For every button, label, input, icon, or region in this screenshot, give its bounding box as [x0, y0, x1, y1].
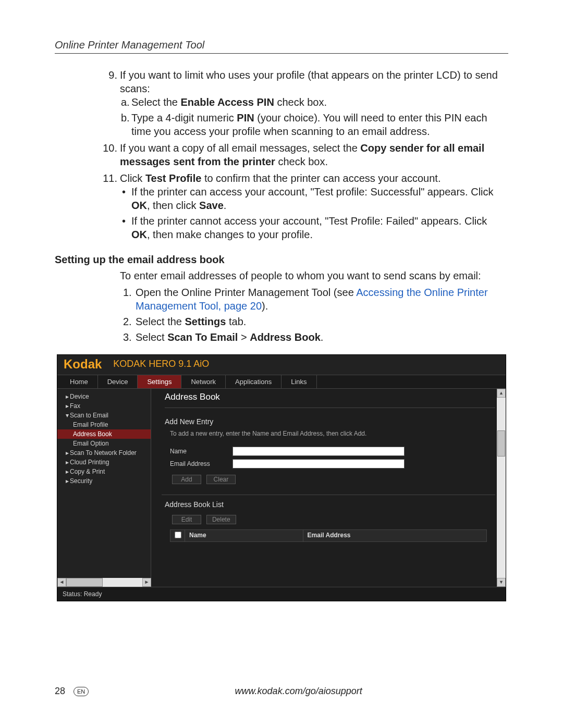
- select-all-checkbox[interactable]: [175, 532, 181, 538]
- vscroll-thumb[interactable]: [497, 430, 505, 456]
- name-input[interactable]: [232, 447, 405, 456]
- content-pane: Address Book Add New Entry To add a new …: [151, 389, 506, 587]
- lang-badge: EN: [74, 687, 89, 696]
- sidebar-item-address-book[interactable]: Address Book: [57, 429, 151, 439]
- sidebar-item-email-option[interactable]: Email Option: [57, 439, 151, 448]
- tab-settings[interactable]: Settings: [138, 375, 181, 388]
- sidebar-item-email-profile[interactable]: Email Profile: [57, 420, 151, 429]
- sidebar-item-scan-to-network-folder[interactable]: ▸Scan To Network Folder: [57, 448, 151, 458]
- clear-button[interactable]: Clear: [206, 475, 236, 484]
- col-email: Email Address: [303, 530, 486, 541]
- list-header: Name Email Address: [170, 529, 487, 542]
- scroll-down-icon[interactable]: ▼: [497, 578, 506, 587]
- step-11-success: If the printer can access your account, …: [131, 185, 508, 212]
- sidebar-item-copy-print[interactable]: ▸Copy & Print: [57, 467, 151, 476]
- col-name: Name: [185, 530, 303, 541]
- step-9: 9. If you want to limit who uses your pr…: [120, 68, 508, 138]
- scroll-thumb[interactable]: [66, 578, 103, 587]
- footer-url: www.kodak.com/go/aiosupport: [89, 686, 508, 697]
- step-9b: b. Type a 4-digit numeric PIN (your choi…: [131, 111, 508, 138]
- page-number: 28: [55, 686, 65, 697]
- section-heading: Setting up the email address book: [55, 254, 508, 266]
- email-input[interactable]: [232, 459, 405, 468]
- tab-applications[interactable]: Applications: [226, 375, 282, 388]
- step-9a: a. Select the Enable Access PIN check bo…: [131, 95, 508, 109]
- step-11-failed: If the printer cannot access your accoun…: [131, 214, 508, 241]
- product-name: KODAK HERO 9.1 AiO: [113, 359, 209, 369]
- step-10: 10. If you want a copy of all email mess…: [120, 141, 508, 168]
- screenshot-printer-tool: Kodak KODAK HERO 9.1 AiO Home Device Set…: [57, 354, 506, 601]
- page-footer: 28 EN www.kodak.com/go/aiosupport: [55, 686, 508, 697]
- edit-button[interactable]: Edit: [172, 515, 201, 524]
- sidebar-item-security[interactable]: ▸Security: [57, 476, 151, 486]
- content-vscrollbar[interactable]: ▲ ▼: [497, 389, 506, 587]
- running-header: Online Printer Management Tool: [55, 39, 508, 54]
- page-title: Address Book: [165, 392, 495, 408]
- sidebar-item-scan-to-email[interactable]: ▾Scan to Email: [57, 411, 151, 420]
- help-text: To add a new entry, enter the Name and E…: [170, 430, 495, 437]
- sidebar-item-fax[interactable]: ▸Fax: [57, 401, 151, 411]
- list-title: Address Book List: [165, 500, 495, 509]
- add-button[interactable]: Add: [172, 475, 201, 484]
- section-intro: To enter email addresses of people to wh…: [55, 269, 508, 282]
- instruction-list: 9. If you want to limit who uses your pr…: [55, 68, 508, 241]
- setup-step-2: 2. Select the Settings tab.: [136, 315, 508, 328]
- sidebar-hscrollbar[interactable]: ◄ ►: [57, 578, 151, 587]
- tab-links[interactable]: Links: [282, 375, 316, 388]
- status-bar: Status: Ready: [57, 587, 506, 601]
- name-label: Name: [170, 448, 232, 455]
- setup-step-3: 3. Select Scan To Email > Address Book.: [136, 330, 508, 344]
- setup-step-1: 1. Open the Online Printer Management To…: [136, 286, 508, 313]
- tab-home[interactable]: Home: [60, 375, 98, 388]
- step-11: 11. Click Test Profile to confirm that t…: [120, 171, 508, 241]
- form-title: Add New Entry: [165, 417, 495, 426]
- scroll-right-icon[interactable]: ►: [142, 578, 151, 587]
- sidebar-item-device[interactable]: ▸Device: [57, 392, 151, 401]
- brand-bar: Kodak KODAK HERO 9.1 AiO: [57, 355, 506, 375]
- scroll-up-icon[interactable]: ▲: [497, 389, 506, 398]
- brand-logo: Kodak: [64, 357, 102, 371]
- divider: [162, 495, 495, 495]
- tab-network[interactable]: Network: [181, 375, 226, 388]
- field-name: Name: [170, 447, 495, 456]
- tab-device[interactable]: Device: [98, 375, 138, 388]
- field-email: Email Address: [170, 459, 495, 468]
- scroll-left-icon[interactable]: ◄: [57, 578, 66, 587]
- sidebar-item-cloud-printing[interactable]: ▸Cloud Printing: [57, 458, 151, 467]
- sidebar: ▸Device ▸Fax ▾Scan to Email Email Profil…: [57, 389, 151, 587]
- delete-button[interactable]: Delete: [206, 515, 236, 524]
- email-label: Email Address: [170, 460, 232, 467]
- tab-bar: Home Device Settings Network Application…: [57, 375, 506, 389]
- setup-steps: 1. Open the Online Printer Management To…: [55, 286, 508, 344]
